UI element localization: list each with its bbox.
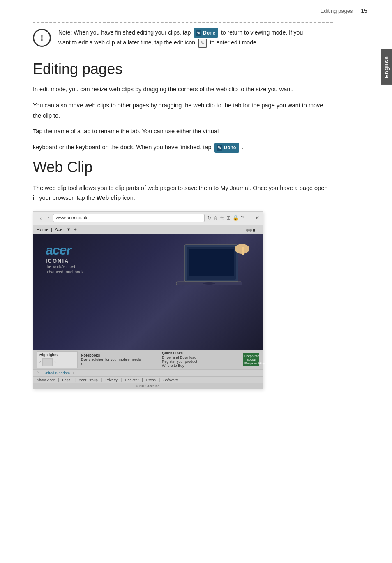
- footer-about[interactable]: About Acer: [37, 378, 55, 382]
- footer-legal[interactable]: Legal: [62, 378, 71, 382]
- editing-pages-heading: Editing pages: [33, 60, 333, 78]
- note-content: Note: When you have finished editing you…: [58, 28, 308, 48]
- browser-footer-bar: 🏳 United Kingdom ›: [33, 369, 263, 376]
- english-tab: English: [381, 49, 392, 85]
- page-header: Editing pages 15: [0, 0, 392, 18]
- browser-screenshot: ‹ ⌂ www.acer.co.uk ↻ ☆ ☆ ⊞ 🔒 ? — ✕ Home …: [33, 211, 263, 389]
- tab-sep: |: [51, 227, 52, 232]
- laptop-illustration: [164, 236, 254, 302]
- web-clip-heading: Web Clip: [33, 158, 333, 176]
- iconia-sub1: the world's most: [46, 264, 83, 269]
- notebooks-box: Notebooks Every solution for your mobile…: [81, 353, 159, 366]
- footer-flag: 🏳: [37, 371, 40, 375]
- url-bar[interactable]: www.acer.co.uk: [53, 214, 205, 222]
- svg-rect-2: [189, 249, 234, 276]
- new-tab-button[interactable]: +: [74, 226, 77, 233]
- note-icon: !: [33, 29, 51, 47]
- separator: [246, 215, 246, 221]
- tab-acer[interactable]: Acer: [55, 227, 64, 232]
- dot-2: [249, 229, 252, 232]
- dot-1: [246, 229, 249, 232]
- browser-nav-bar: About Acer | Legal | Acer Group | Privac…: [33, 376, 263, 383]
- editing-para-2: You can also move web clips to other pag…: [33, 100, 333, 120]
- back-button[interactable]: ‹: [37, 214, 45, 222]
- editing-para-4-text: keyboard or the keyboard on the dock. Wh…: [33, 144, 211, 151]
- web-clip-text-after: icon.: [121, 195, 135, 201]
- footer-sep-5: |: [142, 378, 143, 382]
- home-icon: ⌂: [47, 215, 51, 221]
- acer-logo: acer: [46, 243, 83, 258]
- thumbnail: [42, 358, 53, 366]
- footer-software[interactable]: Software: [163, 378, 178, 382]
- help-icon[interactable]: ?: [241, 215, 244, 221]
- prev-arrow[interactable]: ‹: [39, 360, 41, 364]
- tab-home[interactable]: Home: [37, 227, 48, 232]
- star-icon-2[interactable]: ☆: [220, 215, 224, 221]
- notebooks-title: Notebooks: [81, 353, 159, 357]
- acer-logo-area: acer ICONIA the world's most advanced to…: [46, 243, 83, 275]
- editing-para-1: In edit mode, you can resize web clips b…: [33, 84, 333, 95]
- note-text-after-edit: to enter edit mode.: [210, 39, 258, 46]
- done-icon-editing: ✎: [217, 145, 222, 151]
- ql3: Where to Buy: [162, 364, 240, 368]
- editing-para-3-text: Tap the name of a tab to rename the tab.…: [33, 128, 219, 134]
- main-content: ! Note: When you have finished editing y…: [0, 18, 370, 405]
- social-label: Corporate Social Responsibility: [244, 354, 258, 365]
- copyright-bar: © 2013 Acer Inc.: [33, 383, 263, 389]
- quick-links-title: Quick Links: [162, 351, 240, 355]
- notebooks-arrow[interactable]: ›: [81, 361, 82, 366]
- iconia-title: ICONIA: [46, 258, 83, 264]
- footer-link-country[interactable]: United Kingdom: [44, 371, 70, 375]
- svg-point-4: [203, 282, 215, 285]
- page-header-title: Editing pages: [321, 8, 353, 14]
- dots-row: [246, 229, 255, 232]
- ql1: Driver and Download: [162, 355, 240, 359]
- next-arrow[interactable]: ›: [54, 360, 55, 364]
- iconia-sub2: advanced touchbook: [46, 269, 83, 275]
- notebooks-sub: Every solution for your mobile needs: [81, 357, 159, 361]
- done-button-note: ✎ Done: [194, 28, 218, 38]
- footer-arrow: ›: [73, 371, 74, 375]
- edit-icon-inline: ✎: [198, 39, 207, 48]
- note-box: ! Note: When you have finished editing y…: [33, 22, 333, 48]
- done-icon: ✎: [196, 30, 201, 36]
- footer-press[interactable]: Press: [146, 378, 156, 382]
- web-clip-text-before: The web clip tool allows you to clip par…: [33, 185, 327, 202]
- quick-links-box: Quick Links Driver and Download Register…: [162, 351, 240, 368]
- done-label-editing: Done: [224, 144, 236, 152]
- footer-sep-1: |: [58, 378, 59, 382]
- ql2: Register your product: [162, 359, 240, 364]
- footer-register[interactable]: Register: [125, 378, 139, 382]
- footer-acer-group[interactable]: Acer Group: [79, 378, 98, 382]
- minimize-icon[interactable]: —: [248, 215, 253, 221]
- svg-rect-6: [242, 247, 244, 255]
- done-button-editing: ✎ Done: [214, 143, 239, 153]
- note-text-before: Note: When you have finished editing you…: [58, 29, 192, 36]
- page-number: 15: [361, 7, 367, 14]
- footer-sep-3: |: [101, 378, 102, 382]
- star-icon-1[interactable]: ☆: [213, 215, 218, 221]
- browser-right-icons: ↻ ☆ ☆ ⊞ 🔒 ? — ✕: [207, 215, 259, 221]
- browser-content: acer ICONIA the world's most advanced to…: [33, 234, 263, 350]
- web-clip-bold: Web clip: [97, 195, 121, 201]
- highlights-box: Highlights ‹ ›: [37, 351, 78, 368]
- browser-bottom-bar: Highlights ‹ › Notebooks Every solution …: [33, 350, 263, 369]
- footer-sep-4: |: [121, 378, 122, 382]
- footer-privacy[interactable]: Privacy: [105, 378, 118, 382]
- highlights-label: Highlights: [39, 353, 75, 357]
- done-label-note: Done: [203, 29, 215, 37]
- footer-sep-2: |: [74, 378, 75, 382]
- footer-sep-6: |: [159, 378, 160, 382]
- social-responsibility-box: Corporate Social Responsibility: [243, 353, 259, 366]
- refresh-icon[interactable]: ↻: [207, 215, 211, 221]
- tab-indicator: ▼: [67, 227, 71, 232]
- web-clip-para: The web clip tool allows you to clip par…: [33, 183, 333, 203]
- dot-3: [253, 229, 255, 232]
- browser-bar: ‹ ⌂ www.acer.co.uk ↻ ☆ ☆ ⊞ 🔒 ? — ✕: [33, 212, 263, 225]
- close-icon[interactable]: ✕: [255, 215, 259, 221]
- editing-para-4: keyboard or the keyboard on the dock. Wh…: [33, 142, 333, 153]
- browser-tabs: Home | Acer ▼ +: [33, 225, 263, 234]
- lock-icon: 🔒: [233, 215, 239, 221]
- editing-para-3: Tap the name of a tab to rename the tab.…: [33, 126, 333, 137]
- tab-icon[interactable]: ⊞: [226, 215, 231, 221]
